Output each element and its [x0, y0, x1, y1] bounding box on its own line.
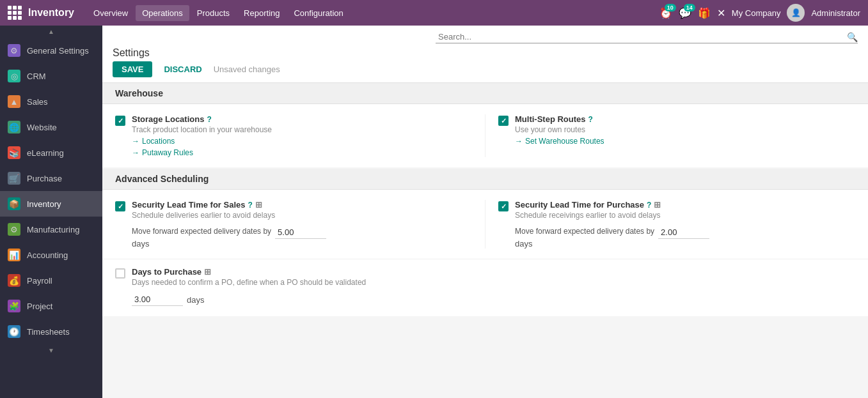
- multi-step-routes-checkbox[interactable]: [498, 116, 509, 126]
- storage-locations-item: Storage Locations ? Track product locati…: [115, 114, 472, 157]
- gift-icon-btn[interactable]: 🎁: [698, 7, 711, 19]
- close-icon-btn[interactable]: ✕: [717, 7, 725, 19]
- sidebar-item-crm[interactable]: ◎ CRM: [0, 63, 102, 89]
- multi-step-routes-item: Multi-Step Routes ? Use your own routes …: [498, 114, 855, 146]
- security-lead-sales-input[interactable]: [275, 226, 326, 239]
- multi-step-routes-label: Multi-Step Routes ?: [515, 114, 604, 124]
- locations-arrow: →: [132, 137, 139, 146]
- search-input[interactable]: [436, 31, 843, 43]
- unsaved-label: Unsaved changes: [214, 65, 280, 74]
- security-lead-purchase-item: Security Lead Time for Purchase ? ⊞ Sche…: [498, 200, 855, 249]
- security-lead-purchase-content: Security Lead Time for Purchase ? ⊞ Sche…: [515, 200, 709, 249]
- security-lead-purchase-checkbox[interactable]: [498, 201, 509, 211]
- timesheets-icon: 🕐: [8, 325, 20, 338]
- scroll-down-indicator: ▼: [0, 344, 102, 356]
- security-lead-purchase-input[interactable]: [658, 226, 709, 239]
- security-lead-purchase-days: days: [515, 239, 532, 249]
- security-lead-purchase-desc: Schedule receivings earlier to avoid del…: [515, 211, 709, 220]
- security-sales-help-icon[interactable]: ?: [248, 201, 253, 210]
- sidebar-item-website[interactable]: 🌐 Website: [0, 114, 102, 140]
- sidebar-item-accounting[interactable]: 📊 Accounting: [0, 242, 102, 268]
- sidebar-item-general-settings[interactable]: ⚙ General Settings: [0, 38, 102, 63]
- nav-overview[interactable]: Overview: [87, 5, 134, 21]
- nav-products[interactable]: Products: [191, 5, 236, 21]
- security-lead-sales-input-row: Move forward expected delivery dates by …: [132, 226, 326, 249]
- advanced-scheduling-header: Advanced Scheduling: [102, 169, 868, 190]
- security-lead-sales-days: days: [132, 239, 149, 249]
- page-title: Settings: [113, 47, 150, 59]
- security-lead-sales-input-wrap: Move forward expected delivery dates by: [132, 226, 326, 239]
- days-to-purchase-days: days: [187, 295, 204, 305]
- warehouse-section-body: Storage Locations ? Track product locati…: [102, 104, 868, 167]
- page-title-row: Settings: [113, 47, 858, 59]
- security-lead-sales-label: Security Lead Time for Sales ? ⊞: [132, 200, 326, 210]
- security-lead-sales-move-label: Move forward expected delivery dates by: [132, 227, 271, 236]
- security-purchase-help-icon[interactable]: ?: [647, 201, 651, 210]
- inventory-icon: 📦: [8, 197, 20, 210]
- security-lead-sales-checkbox[interactable]: [115, 201, 125, 211]
- security-lead-purchase-input-wrap: Move forward expected delivery dates by: [515, 226, 709, 239]
- sidebar-item-elearning[interactable]: 📚 eLearning: [0, 140, 102, 165]
- nav-reporting[interactable]: Reporting: [237, 5, 286, 21]
- security-lead-sales-col: Security Lead Time for Sales ? ⊞ Schedul…: [115, 200, 485, 249]
- crm-icon: ◎: [8, 70, 20, 82]
- manufacturing-icon: ⚙: [8, 223, 20, 236]
- elearning-icon: 📚: [8, 146, 20, 159]
- days-to-purchase-checkbox[interactable]: [115, 268, 125, 279]
- set-warehouse-routes-link[interactable]: → Set Warehouse Routes: [515, 137, 604, 146]
- scroll-up-indicator: ▲: [0, 26, 102, 38]
- storage-locations-checkbox[interactable]: [115, 116, 125, 126]
- sidebar-label-sales: Sales: [27, 97, 48, 107]
- set-routes-arrow: →: [515, 137, 523, 146]
- sidebar-item-sales[interactable]: ▲ Sales: [0, 89, 102, 114]
- app-title: Inventory: [28, 7, 74, 19]
- accounting-icon: 📊: [8, 249, 20, 261]
- days-to-purchase-input[interactable]: [132, 293, 183, 306]
- multi-step-help-icon[interactable]: ?: [588, 115, 593, 124]
- security-lead-purchase-move-label: Move forward expected delivery dates by: [515, 227, 654, 236]
- locations-link[interactable]: → Locations: [132, 137, 272, 146]
- nav-operations[interactable]: Operations: [136, 5, 189, 21]
- advanced-scheduling-body: Security Lead Time for Sales ? ⊞ Schedul…: [102, 190, 868, 259]
- username[interactable]: Administrator: [811, 8, 860, 18]
- security-lead-purchase-input-row: Move forward expected delivery dates by …: [515, 226, 709, 249]
- sidebar-label-general-settings: General Settings: [27, 46, 89, 56]
- chat-icon-btn[interactable]: 💬 14: [679, 7, 691, 19]
- warehouse-section-header: Warehouse: [102, 83, 868, 104]
- discard-button[interactable]: DISCARD: [157, 61, 208, 77]
- app-menu-icon[interactable]: [8, 6, 22, 20]
- days-to-purchase-spreadsheet-icon[interactable]: ⊞: [204, 267, 211, 277]
- putaway-rules-link[interactable]: → Putaway Rules: [132, 148, 272, 157]
- security-purchase-spreadsheet-icon[interactable]: ⊞: [654, 200, 661, 210]
- security-lead-sales-content: Security Lead Time for Sales ? ⊞ Schedul…: [132, 200, 326, 249]
- sidebar-label-manufacturing: Manufacturing: [27, 225, 79, 234]
- days-to-purchase-input-row: days: [132, 293, 366, 306]
- search-row: 🔍: [113, 31, 858, 43]
- putaway-arrow: →: [132, 148, 139, 157]
- sidebar-item-purchase[interactable]: 🛒 Purchase: [0, 165, 102, 191]
- warehouse-section: Warehouse Storage Locations ? Track prod…: [102, 83, 868, 167]
- clock-icon-btn[interactable]: ⏰ 10: [659, 7, 672, 19]
- sidebar-item-manufacturing[interactable]: ⚙ Manufacturing: [0, 217, 102, 242]
- days-to-purchase-wrapper: Days to Purchase ⊞ Days needed to confir…: [102, 259, 868, 316]
- clock-badge: 10: [665, 4, 676, 11]
- search-icon[interactable]: 🔍: [847, 32, 858, 42]
- days-to-purchase-label: Days to Purchase ⊞: [132, 267, 366, 277]
- sidebar-item-inventory[interactable]: 📦 Inventory: [0, 191, 102, 217]
- storage-locations-help-icon[interactable]: ?: [207, 115, 211, 124]
- sidebar-item-timesheets[interactable]: 🕐 Timesheets: [0, 319, 102, 344]
- nav-configuration[interactable]: Configuration: [287, 5, 349, 21]
- security-sales-spreadsheet-icon[interactable]: ⊞: [255, 200, 262, 210]
- multi-step-routes-content: Multi-Step Routes ? Use your own routes …: [515, 114, 604, 146]
- security-lead-sales-desc: Schedule deliveries earlier to avoid del…: [132, 211, 326, 220]
- settings-content: Warehouse Storage Locations ? Track prod…: [102, 83, 868, 398]
- sales-icon: ▲: [8, 95, 20, 108]
- avatar[interactable]: 👤: [787, 4, 805, 22]
- save-button[interactable]: SAVE: [113, 61, 152, 77]
- company-name[interactable]: My Company: [732, 8, 781, 18]
- top-nav-menu: Overview Operations Products Reporting C…: [87, 5, 659, 21]
- sidebar-item-payroll[interactable]: 💰 Payroll: [0, 268, 102, 293]
- sidebar: ▲ ⚙ General Settings ◎ CRM ▲ Sales 🌐 Web…: [0, 26, 102, 398]
- payroll-icon: 💰: [8, 274, 20, 287]
- sidebar-item-project[interactable]: 🧩 Project: [0, 293, 102, 319]
